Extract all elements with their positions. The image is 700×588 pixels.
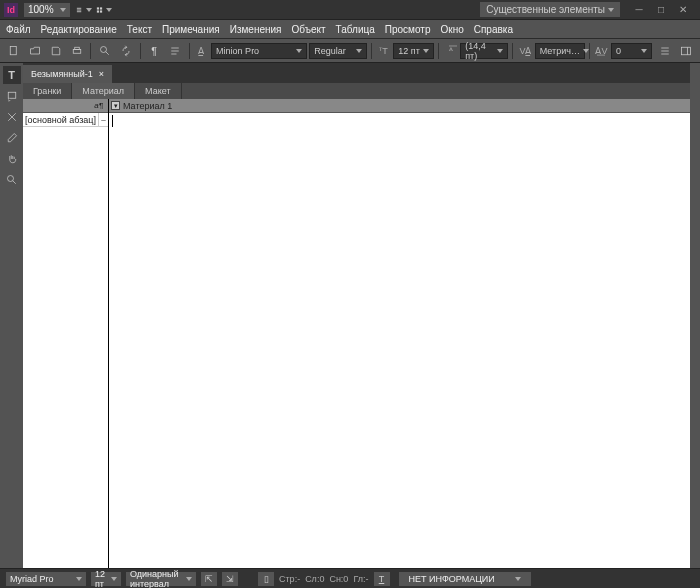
cut-tool[interactable] — [3, 108, 21, 126]
menu-notes[interactable]: Примечания — [162, 24, 220, 35]
leading-icon: ᴬ͞ — [444, 44, 457, 58]
doc-tab-title: Безымянный-1 — [31, 69, 93, 79]
char-icon: A̲ — [195, 44, 208, 58]
lines-icon[interactable] — [166, 42, 185, 60]
kerning-dropdown[interactable]: Метрич… — [535, 43, 585, 59]
status-bar: Myriad Pro 12 пт Одинарный интервал ⇱ ⇲ … — [0, 568, 700, 588]
font-style-dropdown[interactable]: Regular — [309, 43, 367, 59]
footer-font-dropdown[interactable]: Myriad Pro — [6, 572, 86, 586]
story-title: Материал 1 — [123, 101, 172, 111]
menu-file[interactable]: Файл — [6, 24, 31, 35]
svg-point-10 — [100, 46, 106, 52]
menu-bar: Файл Редактирование Текст Примечания Изм… — [0, 20, 700, 39]
menu-help[interactable]: Справка — [474, 24, 513, 35]
menu-text[interactable]: Текст — [127, 24, 152, 35]
font-family-dropdown[interactable]: Minion Pro — [211, 43, 307, 59]
style-marker: – — [98, 113, 108, 126]
menu-edit[interactable]: Редактирование — [41, 24, 117, 35]
story-checkbox-icon[interactable]: ▾ — [111, 101, 120, 110]
app-icon: Id — [4, 3, 18, 17]
style-column: a¶ [основной абзац] – — [23, 99, 109, 568]
chevron-down-icon — [608, 8, 614, 12]
svg-rect-7 — [10, 46, 16, 54]
svg-point-13 — [7, 176, 13, 182]
save-icon[interactable] — [46, 42, 65, 60]
svg-rect-12 — [8, 92, 16, 98]
status-chars: Сн:0 — [329, 574, 348, 584]
view-icon[interactable] — [76, 3, 92, 17]
note-tool[interactable] — [3, 87, 21, 105]
svg-rect-9 — [75, 47, 80, 49]
style-name: [основной абзац] — [23, 113, 98, 126]
chevron-down-icon — [86, 8, 92, 12]
document-tab[interactable]: Безымянный-1 × — [23, 65, 112, 83]
status-words: Сл:0 — [305, 574, 324, 584]
new-icon[interactable] — [4, 42, 23, 60]
font-size-dropdown[interactable]: 12 пт — [393, 43, 434, 59]
eyedropper-tool[interactable] — [3, 129, 21, 147]
style-column-header[interactable]: a¶ — [23, 99, 108, 113]
status-page: Стр:- — [279, 574, 300, 584]
tracking-icon: A͟V — [595, 44, 608, 58]
story-editor[interactable] — [109, 113, 690, 568]
menu-view[interactable]: Просмотр — [385, 24, 431, 35]
status-info[interactable]: НЕТ ИНФОРМАЦИИ — [399, 572, 531, 586]
style-config-icon[interactable]: a¶ — [94, 101, 103, 110]
menu-lines-icon[interactable] — [656, 42, 675, 60]
zoom-tool[interactable] — [3, 171, 21, 189]
svg-rect-4 — [100, 7, 102, 9]
size-icon: ᵀT — [377, 44, 390, 58]
svg-rect-1 — [76, 9, 80, 10]
menu-window[interactable]: Окно — [440, 24, 463, 35]
maximize-button[interactable]: □ — [652, 4, 670, 16]
chevron-down-icon — [60, 8, 66, 12]
print-icon[interactable] — [67, 42, 86, 60]
tab-layout[interactable]: Макет — [135, 83, 181, 99]
track-changes-icon[interactable] — [117, 42, 136, 60]
close-button[interactable]: ✕ — [674, 4, 692, 16]
tool-rail: T — [0, 63, 23, 568]
footer-size-dropdown[interactable]: 12 пт — [91, 572, 121, 586]
workspace-label: Существенные элементы — [486, 4, 605, 15]
type-tool[interactable]: T — [3, 66, 21, 84]
tracking-dropdown[interactable]: 0 — [611, 43, 652, 59]
svg-rect-0 — [76, 7, 80, 8]
menu-table[interactable]: Таблица — [336, 24, 375, 35]
zoom-dropdown[interactable]: 100% — [24, 3, 70, 17]
close-tab-icon[interactable]: × — [99, 69, 104, 79]
workspace-dropdown[interactable]: Существенные элементы — [480, 2, 620, 17]
panel-dock[interactable] — [690, 63, 700, 568]
search-icon[interactable] — [95, 42, 114, 60]
style-row[interactable]: [основной абзац] – — [23, 113, 108, 127]
svg-rect-5 — [96, 10, 98, 12]
chevron-down-icon — [106, 8, 112, 12]
arrange-icon[interactable] — [96, 3, 112, 17]
paragraph-icon[interactable]: ¶ — [145, 42, 164, 60]
panel-toggle-icon[interactable] — [677, 42, 696, 60]
menu-changes[interactable]: Изменения — [230, 24, 282, 35]
hand-tool[interactable] — [3, 150, 21, 168]
collapse-icon[interactable]: ⇲ — [222, 572, 238, 586]
info-icon[interactable]: T — [374, 572, 390, 586]
zoom-value: 100% — [28, 4, 54, 15]
svg-rect-11 — [682, 47, 691, 55]
svg-rect-3 — [96, 7, 98, 9]
svg-rect-8 — [73, 49, 81, 53]
tab-galleys[interactable]: Гранки — [23, 83, 72, 99]
svg-rect-6 — [100, 10, 102, 12]
expand-icon[interactable]: ⇱ — [201, 572, 217, 586]
story-header[interactable]: ▾ Материал 1 — [109, 99, 690, 113]
kerning-icon: VA̲ — [518, 44, 531, 58]
tab-story[interactable]: Материал — [72, 83, 135, 99]
footer-spacing-dropdown[interactable]: Одинарный интервал — [126, 572, 196, 586]
leading-dropdown[interactable]: (14,4 пт) — [460, 43, 508, 59]
menu-object[interactable]: Объект — [292, 24, 326, 35]
text-cursor — [112, 115, 113, 127]
control-toolbar: ¶ A̲ Minion Pro Regular ᵀT 12 пт ᴬ͞ (14,… — [0, 39, 700, 63]
toggle-icon[interactable]: ▯ — [258, 572, 274, 586]
open-icon[interactable] — [25, 42, 44, 60]
svg-rect-2 — [76, 11, 80, 12]
minimize-button[interactable]: ─ — [630, 4, 648, 16]
status-lines: Гл:- — [353, 574, 368, 584]
